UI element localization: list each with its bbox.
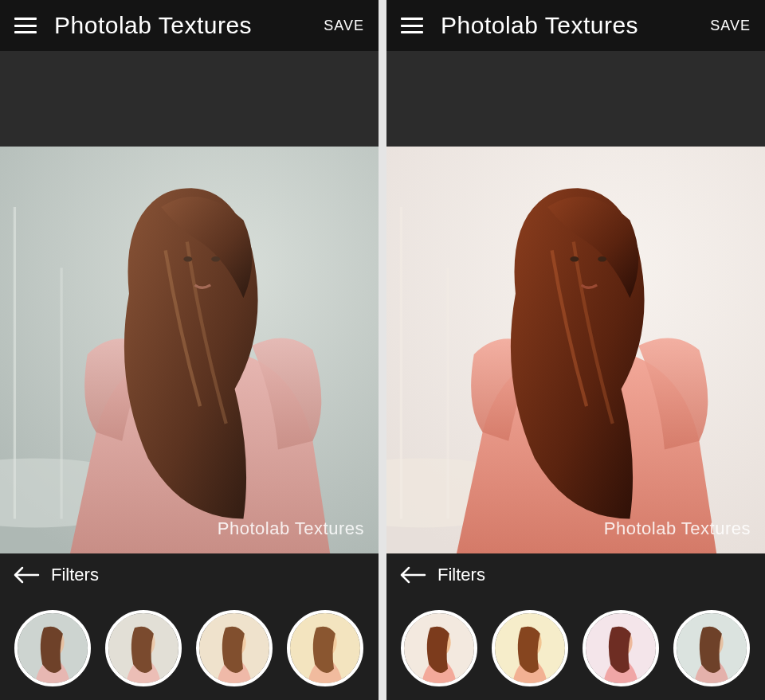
main-photo-canvas[interactable]: Photolab Textures [0, 147, 379, 553]
filter-bar: Filters [386, 553, 765, 596]
panel-divider [379, 0, 386, 700]
svg-point-21 [598, 256, 606, 262]
main-photo-canvas[interactable]: Photolab Textures [386, 147, 765, 553]
filter-bar: Filters [0, 553, 379, 596]
filter-thumb-1[interactable] [401, 610, 477, 686]
toolbar-spacer [0, 51, 379, 147]
back-arrow-icon[interactable] [399, 565, 426, 585]
filter-thumb-2[interactable] [492, 610, 568, 686]
filter-thumbnails-row[interactable] [0, 596, 379, 700]
svg-point-6 [211, 256, 220, 262]
filter-thumb-4[interactable] [287, 610, 363, 686]
filters-label: Filters [51, 565, 99, 585]
hamburger-menu-icon[interactable] [14, 18, 37, 33]
app-title: Photolab Textures [441, 12, 710, 39]
top-bar: Photolab Textures SAVE [386, 0, 765, 51]
top-bar: Photolab Textures SAVE [0, 0, 379, 51]
app-title: Photolab Textures [54, 12, 324, 39]
filter-thumb-2[interactable] [105, 610, 182, 686]
filter-thumbnails-row[interactable] [386, 596, 765, 700]
save-button[interactable]: SAVE [710, 18, 751, 34]
app-screen-right: Photolab Textures SAVE [386, 0, 765, 700]
filter-thumb-1[interactable] [14, 610, 91, 686]
app-screen-left: Photolab Textures SAVE [0, 0, 379, 700]
svg-point-5 [183, 256, 192, 262]
filter-thumb-3[interactable] [196, 610, 273, 686]
toolbar-spacer [386, 51, 765, 147]
hamburger-menu-icon[interactable] [401, 18, 423, 33]
svg-point-20 [570, 256, 579, 262]
filters-label: Filters [437, 565, 485, 585]
filter-thumb-3[interactable] [583, 610, 659, 686]
save-button[interactable]: SAVE [324, 18, 364, 34]
filter-thumb-4[interactable] [673, 610, 750, 686]
back-arrow-icon[interactable] [13, 565, 40, 585]
